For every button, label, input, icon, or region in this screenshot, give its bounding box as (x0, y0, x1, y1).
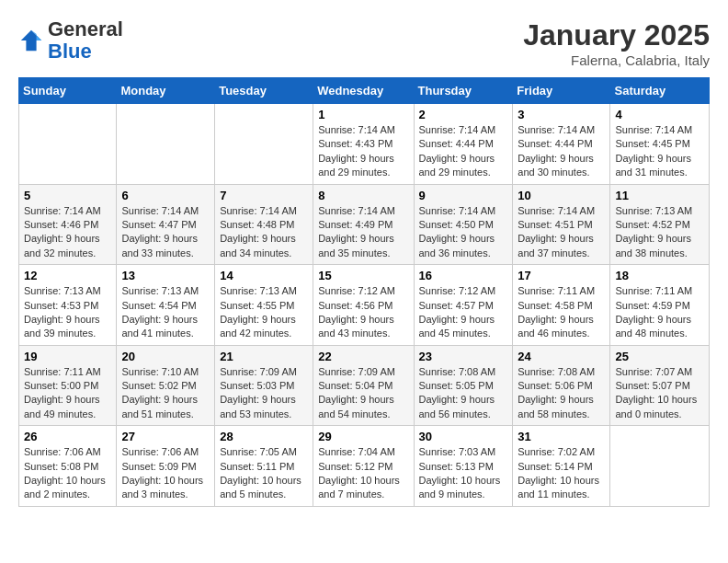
calendar-cell: 14Sunrise: 7:13 AM Sunset: 4:55 PM Dayli… (215, 265, 313, 346)
calendar-cell: 16Sunrise: 7:12 AM Sunset: 4:57 PM Dayli… (414, 265, 513, 346)
day-number: 24 (518, 350, 605, 363)
day-info: Sunrise: 7:14 AM Sunset: 4:46 PM Dayligh… (24, 204, 111, 261)
weekday-header-thursday: Thursday (414, 78, 513, 104)
weekday-header-saturday: Saturday (610, 78, 710, 104)
day-info: Sunrise: 7:14 AM Sunset: 4:44 PM Dayligh… (419, 123, 508, 180)
day-number: 14 (220, 269, 308, 282)
calendar-cell: 12Sunrise: 7:13 AM Sunset: 4:53 PM Dayli… (19, 265, 117, 346)
weekday-header-sunday: Sunday (19, 78, 117, 104)
day-number: 9 (419, 189, 508, 202)
calendar-cell: 8Sunrise: 7:14 AM Sunset: 4:49 PM Daylig… (313, 184, 414, 265)
day-number: 3 (518, 108, 605, 121)
calendar-cell: 13Sunrise: 7:13 AM Sunset: 4:54 PM Dayli… (117, 265, 215, 346)
day-number: 23 (419, 350, 508, 363)
day-number: 31 (518, 430, 605, 443)
calendar-table: SundayMondayTuesdayWednesdayThursdayFrid… (18, 77, 710, 507)
day-info: Sunrise: 7:02 AM Sunset: 5:14 PM Dayligh… (518, 445, 605, 502)
calendar-cell: 18Sunrise: 7:11 AM Sunset: 4:59 PM Dayli… (610, 265, 710, 346)
day-info: Sunrise: 7:14 AM Sunset: 4:47 PM Dayligh… (121, 204, 210, 261)
calendar-title: January 2025 (523, 18, 710, 52)
day-info: Sunrise: 7:06 AM Sunset: 5:08 PM Dayligh… (24, 445, 111, 502)
day-info: Sunrise: 7:14 AM Sunset: 4:48 PM Dayligh… (220, 204, 308, 261)
day-number: 13 (121, 269, 210, 282)
calendar-cell: 20Sunrise: 7:10 AM Sunset: 5:02 PM Dayli… (117, 345, 215, 426)
calendar-cell: 7Sunrise: 7:14 AM Sunset: 4:48 PM Daylig… (215, 184, 313, 265)
logo-icon (18, 28, 44, 53)
day-number: 1 (318, 108, 408, 121)
calendar-cell: 22Sunrise: 7:09 AM Sunset: 5:04 PM Dayli… (313, 345, 414, 426)
day-number: 25 (615, 350, 704, 363)
day-info: Sunrise: 7:03 AM Sunset: 5:13 PM Dayligh… (419, 445, 508, 502)
day-info: Sunrise: 7:08 AM Sunset: 5:06 PM Dayligh… (518, 365, 605, 422)
day-info: Sunrise: 7:14 AM Sunset: 4:43 PM Dayligh… (318, 123, 408, 180)
day-number: 17 (518, 269, 605, 282)
day-number: 8 (318, 189, 408, 202)
day-info: Sunrise: 7:14 AM Sunset: 4:51 PM Dayligh… (518, 204, 605, 261)
weekday-header-tuesday: Tuesday (215, 78, 313, 104)
calendar-cell: 27Sunrise: 7:06 AM Sunset: 5:09 PM Dayli… (117, 426, 215, 507)
calendar-cell (215, 104, 313, 185)
week-row-0: 1Sunrise: 7:14 AM Sunset: 4:43 PM Daylig… (19, 104, 710, 185)
day-info: Sunrise: 7:14 AM Sunset: 4:45 PM Dayligh… (615, 123, 704, 180)
day-number: 26 (24, 430, 111, 443)
day-info: Sunrise: 7:11 AM Sunset: 4:59 PM Dayligh… (615, 284, 704, 341)
calendar-cell: 4Sunrise: 7:14 AM Sunset: 4:45 PM Daylig… (610, 104, 710, 185)
day-info: Sunrise: 7:08 AM Sunset: 5:05 PM Dayligh… (419, 365, 508, 422)
calendar-cell: 1Sunrise: 7:14 AM Sunset: 4:43 PM Daylig… (313, 104, 414, 185)
calendar-cell (610, 426, 710, 507)
day-number: 2 (419, 108, 508, 121)
day-number: 10 (518, 189, 605, 202)
day-number: 20 (121, 350, 210, 363)
calendar-cell: 23Sunrise: 7:08 AM Sunset: 5:05 PM Dayli… (414, 345, 513, 426)
calendar-subtitle: Falerna, Calabria, Italy (523, 52, 710, 68)
day-info: Sunrise: 7:06 AM Sunset: 5:09 PM Dayligh… (121, 445, 210, 502)
logo-blue-text: Blue (48, 40, 92, 63)
logo: General Blue (18, 18, 123, 63)
day-info: Sunrise: 7:11 AM Sunset: 4:58 PM Dayligh… (518, 284, 605, 341)
day-info: Sunrise: 7:11 AM Sunset: 5:00 PM Dayligh… (24, 365, 111, 422)
calendar-cell: 26Sunrise: 7:06 AM Sunset: 5:08 PM Dayli… (19, 426, 117, 507)
calendar-cell: 15Sunrise: 7:12 AM Sunset: 4:56 PM Dayli… (313, 265, 414, 346)
calendar-cell (117, 104, 215, 185)
day-info: Sunrise: 7:10 AM Sunset: 5:02 PM Dayligh… (121, 365, 210, 422)
day-number: 12 (24, 269, 111, 282)
calendar-cell: 9Sunrise: 7:14 AM Sunset: 4:50 PM Daylig… (414, 184, 513, 265)
calendar-cell: 31Sunrise: 7:02 AM Sunset: 5:14 PM Dayli… (513, 426, 610, 507)
day-number: 6 (121, 189, 210, 202)
calendar-cell: 19Sunrise: 7:11 AM Sunset: 5:00 PM Dayli… (19, 345, 117, 426)
day-info: Sunrise: 7:12 AM Sunset: 4:56 PM Dayligh… (318, 284, 408, 341)
day-info: Sunrise: 7:04 AM Sunset: 5:12 PM Dayligh… (318, 445, 408, 502)
day-info: Sunrise: 7:14 AM Sunset: 4:50 PM Dayligh… (419, 204, 508, 261)
title-area: January 2025 Falerna, Calabria, Italy (523, 18, 710, 68)
calendar-cell: 17Sunrise: 7:11 AM Sunset: 4:58 PM Dayli… (513, 265, 610, 346)
day-number: 16 (419, 269, 508, 282)
day-info: Sunrise: 7:12 AM Sunset: 4:57 PM Dayligh… (419, 284, 508, 341)
week-row-3: 19Sunrise: 7:11 AM Sunset: 5:00 PM Dayli… (19, 345, 710, 426)
weekday-header-wednesday: Wednesday (313, 78, 414, 104)
day-info: Sunrise: 7:13 AM Sunset: 4:52 PM Dayligh… (615, 204, 704, 261)
day-number: 19 (24, 350, 111, 363)
day-info: Sunrise: 7:14 AM Sunset: 4:49 PM Dayligh… (318, 204, 408, 261)
calendar-cell: 10Sunrise: 7:14 AM Sunset: 4:51 PM Dayli… (513, 184, 610, 265)
day-number: 22 (318, 350, 408, 363)
calendar-cell: 24Sunrise: 7:08 AM Sunset: 5:06 PM Dayli… (513, 345, 610, 426)
logo-general-text: General (48, 17, 123, 40)
calendar-cell: 11Sunrise: 7:13 AM Sunset: 4:52 PM Dayli… (610, 184, 710, 265)
day-info: Sunrise: 7:09 AM Sunset: 5:03 PM Dayligh… (220, 365, 308, 422)
day-info: Sunrise: 7:07 AM Sunset: 5:07 PM Dayligh… (615, 365, 704, 422)
day-number: 4 (615, 108, 704, 121)
calendar-cell: 21Sunrise: 7:09 AM Sunset: 5:03 PM Dayli… (215, 345, 313, 426)
calendar-cell: 29Sunrise: 7:04 AM Sunset: 5:12 PM Dayli… (313, 426, 414, 507)
calendar-cell: 28Sunrise: 7:05 AM Sunset: 5:11 PM Dayli… (215, 426, 313, 507)
day-number: 27 (121, 430, 210, 443)
day-info: Sunrise: 7:13 AM Sunset: 4:54 PM Dayligh… (121, 284, 210, 341)
weekday-header-monday: Monday (117, 78, 215, 104)
calendar-cell: 25Sunrise: 7:07 AM Sunset: 5:07 PM Dayli… (610, 345, 710, 426)
weekday-header-friday: Friday (513, 78, 610, 104)
calendar-cell: 5Sunrise: 7:14 AM Sunset: 4:46 PM Daylig… (19, 184, 117, 265)
day-number: 5 (24, 189, 111, 202)
day-number: 15 (318, 269, 408, 282)
day-number: 30 (419, 430, 508, 443)
calendar-cell: 6Sunrise: 7:14 AM Sunset: 4:47 PM Daylig… (117, 184, 215, 265)
calendar-cell: 2Sunrise: 7:14 AM Sunset: 4:44 PM Daylig… (414, 104, 513, 185)
